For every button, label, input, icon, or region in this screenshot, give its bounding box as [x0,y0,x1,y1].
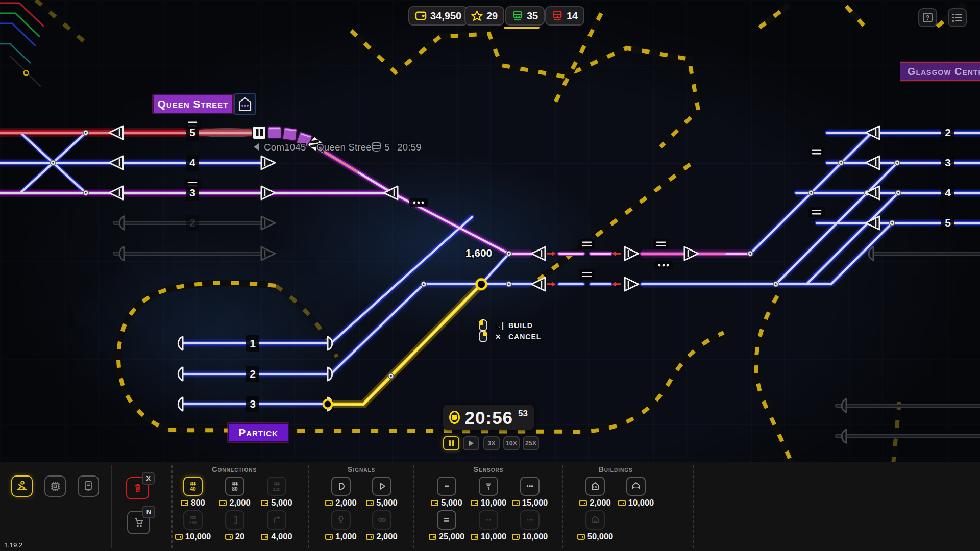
help-icon: ? [923,13,933,22]
tool-terminal[interactable]: 10,000 [617,477,655,508]
running-trains-underline [504,27,540,29]
platform-number: 3 [945,157,951,168]
station-icon [585,477,605,496]
waiting-trains-value: 14 [567,10,578,22]
game-screen: 5 4 3 2 1 2 3 2 3 4 5 Com1045 Queen Stre… [0,0,980,551]
tool-buffer-stop[interactable]: 20 [215,510,254,541]
station-badge-partick[interactable]: Partick [227,422,289,443]
tool-sensor-b[interactable]: 10,000 [469,510,508,541]
tab-construction[interactable] [11,475,33,497]
tool-routing-sensor[interactable]: 15,000 [510,477,549,508]
tool-station-sensor[interactable]: 25,000 [427,510,466,541]
routing-badge [654,261,673,269]
map-node [24,71,29,76]
wallet-icon [431,500,438,506]
cancel-hint: CANCEL [508,333,541,341]
speed-25x-button[interactable]: 25X [523,436,539,450]
track-80-icon: 80 [225,477,244,496]
wallet-icon [366,534,374,540]
tool-track-120[interactable]: 120 5,000 [257,477,296,508]
train-platform: 5 [384,142,390,153]
wallet-icon [618,500,626,506]
station-building-icon[interactable] [235,93,255,115]
tool-curve[interactable]: 4,000 [257,510,296,541]
routing-badge [409,198,428,207]
tab-contracts[interactable] [44,475,66,497]
section-title-signals: Signals [348,465,375,473]
tool-track-40[interactable]: 40 800 [174,477,212,508]
buffer-stop-icon [225,510,244,530]
right-mouse-icon [479,331,487,342]
svg-text:80: 80 [232,486,238,492]
tool-platform-sensor[interactable]: 1 10,000 [469,477,508,508]
delete-key-badge: X [142,472,155,485]
wallet-icon [577,534,585,540]
wallet-icon [325,500,333,506]
routing-sensor-icon [520,477,540,496]
platform-number: 1 [250,337,256,349]
menu-button[interactable] [948,8,967,27]
tool-track-200[interactable]: 200 10,000 [174,510,212,541]
star-counter[interactable]: 29 [464,6,504,26]
platform-number: 5 [945,217,951,229]
waiting-trains-counter[interactable]: 14 [545,6,584,26]
platform-number: 3 [189,187,195,198]
build-hint: BUILD [508,321,533,330]
wallet-icon [366,500,374,506]
train-destination: Queen Street [316,142,375,153]
station-badge-queen-street[interactable]: Queen Street [152,93,255,115]
toolbar-divider [693,465,694,548]
help-button[interactable]: ? [918,8,937,27]
toolbar-divider [111,465,112,548]
station-name: Glasgow Central [908,66,980,77]
wallet-icon [471,500,478,506]
section-title-sensors: Sensors [474,465,504,473]
tool-station[interactable]: 2,000 [576,477,615,508]
tool-sensor[interactable]: 5,000 [427,477,466,508]
tool-depot[interactable]: 50,000 [576,510,615,541]
tool-path-signal[interactable]: 2,000 [322,477,360,508]
terminal-icon [626,477,646,496]
curve-icon [267,510,286,530]
play-icon [469,440,474,446]
toolbar-divider [172,465,173,548]
tool-chain-signal[interactable]: 2,000 [362,510,401,541]
clock-panel: 20:56 53 [443,405,534,430]
clock-time: 20:56 [465,409,513,427]
section-title-connections: Connections [212,465,257,473]
section-title-buildings: Buildings [598,465,632,473]
train-id: Com1045 [264,142,306,153]
svg-text:40: 40 [190,486,196,492]
platform-number: 5 [189,127,195,138]
tool-auto-signal[interactable]: 5,000 [362,477,401,508]
running-trains-counter[interactable]: 35 [505,6,545,26]
clock-seconds: 53 [518,409,528,419]
speed-play-button[interactable] [463,436,479,450]
build-toolbar: X N Connections 40 800 80 2,000 120 5,00… [0,462,980,551]
menu-list-icon [952,14,962,22]
speed-pause-button[interactable] [443,436,459,450]
station-name: Queen Street [157,98,228,110]
sensor-icon [437,477,456,496]
auto-signal-icon [372,477,391,496]
platform-number: 3 [250,398,256,410]
speed-3x-button[interactable]: 3X [483,436,500,450]
wallet-icon [429,534,436,540]
station-badge-glasgow-central[interactable]: Glasgow Central [900,62,980,81]
platform-number: 4 [189,157,195,168]
selected-end-node[interactable] [324,400,332,409]
tool-brake-signal[interactable]: 1,000 [322,510,360,541]
tool-sensor-c[interactable]: 10,000 [510,510,549,541]
train-time: 20:59 [397,142,422,153]
station-name: Partick [238,427,278,438]
wallet-icon [471,534,478,540]
money-counter[interactable]: 34,950 [408,6,468,26]
toolbar-divider [562,465,564,548]
selected-junction-node[interactable] [475,278,488,291]
tool-track-80[interactable]: 80 2,000 [215,477,254,508]
tab-manual[interactable] [78,475,99,497]
svg-text:1: 1 [487,486,489,491]
speed-10x-button[interactable]: 10X [503,436,520,450]
track-40-icon: 40 [183,477,203,496]
wallet-icon [512,500,520,506]
